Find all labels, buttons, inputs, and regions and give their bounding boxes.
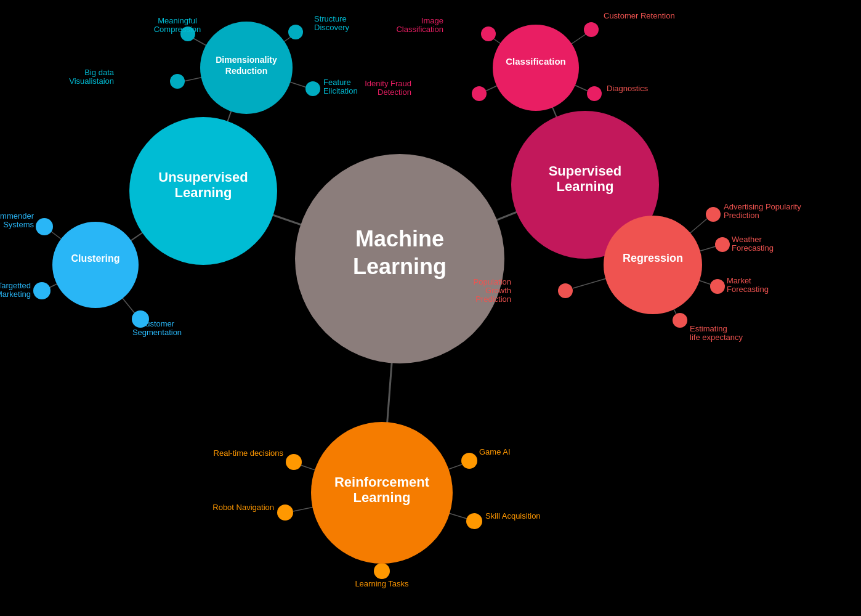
sat-big-data-viz <box>170 74 185 89</box>
center-label-line1: Machine <box>355 226 444 251</box>
dim-reduction-label-line2: Reduction <box>225 66 267 76</box>
sat-game-ai <box>461 453 477 469</box>
sat-image-classification <box>481 26 496 41</box>
label-estimating-life2: life expectancy <box>690 333 743 342</box>
label-weather-forecasting: Weather <box>732 235 762 244</box>
label-structure-discovery: Structure <box>314 14 347 23</box>
label-structure-discovery2: Discovery <box>314 23 350 32</box>
label-bigdata-viz2: Visualistaion <box>69 76 114 86</box>
label-game-ai: Game AI <box>479 447 511 456</box>
dim-reduction-label-line1: Dimensionality <box>216 55 277 65</box>
label-image-classification: Image <box>421 16 443 25</box>
label-estimating-life: Estimating <box>690 324 727 333</box>
label-population-growth3: Prediction <box>475 294 511 304</box>
label-targetted-marketing: Targetted <box>0 281 31 290</box>
sat-targetted-marketing <box>33 282 51 299</box>
label-meaningful-compression2: Compression <box>154 25 201 34</box>
sat-realtime-decisions <box>286 454 302 470</box>
reinforcement-label-line1: Reinforcement <box>334 474 430 490</box>
center-label-line2: Learning <box>353 254 447 279</box>
regression-node <box>604 216 702 314</box>
sat-diagnostics <box>587 86 602 101</box>
label-customer-segmentation: Customer <box>140 319 175 328</box>
label-recommender: Recommender <box>0 211 34 221</box>
sat-identity-fraud <box>472 86 487 101</box>
sat-population-growth <box>558 283 573 298</box>
label-meaningful-compression: Meaningful <box>158 16 197 25</box>
label-learning-tasks: Learning Tasks <box>355 579 409 588</box>
label-market-forecasting: Market <box>727 276 751 285</box>
unsupervised-label-line1: Unsupervised <box>158 169 248 185</box>
classification-label: Classification <box>506 56 566 67</box>
label-feature-elicitation2: Elicitation <box>323 86 358 95</box>
label-feature-elicitation: Feature <box>323 78 351 87</box>
label-bigdata-viz: Big data <box>84 68 114 77</box>
sat-structure-discovery <box>288 25 303 39</box>
label-market-forecasting2: Forecasting <box>727 285 769 294</box>
sat-customer-retention <box>584 22 599 37</box>
sat-skill-acquisition <box>466 513 482 529</box>
label-targetted-marketing2: Marketing <box>0 290 31 299</box>
clustering-label: Clustering <box>71 253 119 264</box>
label-population-growth2: Growth <box>485 286 511 295</box>
label-customer-retention: Customer Retention <box>604 11 675 20</box>
label-realtime-decisions: Real-time decisions <box>214 448 284 458</box>
label-customer-segmentation2: Segmentation <box>132 328 182 337</box>
label-adv-popularity: Advertising Popularity <box>724 202 801 211</box>
label-population-growth: Population <box>474 277 511 286</box>
label-identity-fraud2: Detection <box>378 87 411 97</box>
label-adv-popularity2: Prediction <box>724 211 759 220</box>
sat-learning-tasks <box>374 563 390 579</box>
label-diagnostics: Diagnostics <box>607 84 649 93</box>
sat-adv-popularity <box>706 207 721 222</box>
sat-recommender-systems <box>36 218 53 235</box>
sat-market-forecasting <box>710 279 725 294</box>
label-skill-acquisition: Skill Acquisition <box>485 511 541 521</box>
regression-label: Regression <box>623 252 683 264</box>
classification-node <box>493 25 579 111</box>
supervised-label-line1: Supervised <box>549 163 622 179</box>
sat-weather-forecasting <box>715 237 730 252</box>
label-weather-forecasting2: Forecasting <box>732 243 774 253</box>
supervised-label-line2: Learning <box>557 179 614 194</box>
sat-feature-elicitation <box>305 81 320 96</box>
label-robot-navigation: Robot Navigation <box>212 503 274 512</box>
sat-robot-navigation <box>277 505 293 521</box>
sat-estimating-life <box>673 313 687 328</box>
label-identity-fraud: Idenity Fraud <box>365 79 411 88</box>
label-image-classification2: Classification <box>396 25 443 34</box>
reinforcement-label-line2: Learning <box>354 490 411 505</box>
unsupervised-label-line2: Learning <box>175 185 232 200</box>
clustering-node <box>52 222 139 308</box>
label-recommender2: Systems <box>3 220 34 229</box>
